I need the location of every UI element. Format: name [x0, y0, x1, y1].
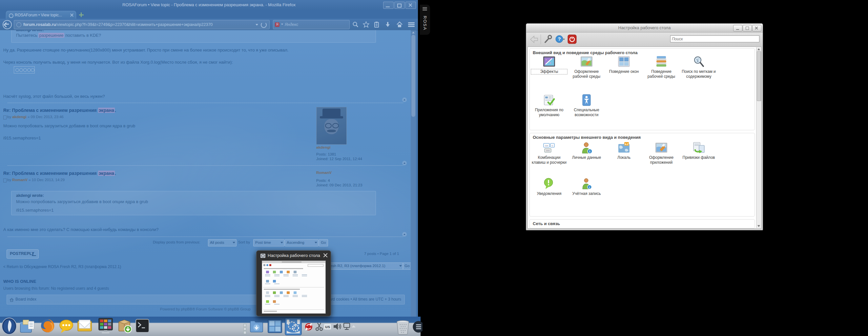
postreply-button[interactable]: POSTREPLY [6, 249, 39, 258]
settings-search-input[interactable] [670, 35, 760, 42]
file-manager-icon[interactable] [20, 318, 36, 336]
module-shortcuts[interactable]: CtrlCShift Комбинации клавиш и росчерки [531, 142, 567, 165]
minimize-button[interactable] [733, 25, 742, 31]
sort-order-select[interactable]: Ascending [285, 239, 318, 246]
module-label: Поведение рабочей среды [643, 69, 679, 79]
firefox-scrollbar[interactable] [411, 30, 416, 317]
module-default-applications[interactable]: Приложения по умолчанию [531, 94, 567, 118]
url-dropdown-icon[interactable] [255, 24, 258, 26]
tab-label: ROSAForum • View topic... [15, 11, 62, 19]
rosa-menu-button[interactable] [1, 317, 17, 336]
close-icon[interactable] [323, 253, 328, 257]
panel-cashew-icon[interactable] [411, 320, 423, 334]
board-cookies-text[interactable]: all board cookies • All times are UTC + … [320, 297, 401, 302]
search-engine-dropdown-icon[interactable] [281, 24, 283, 25]
display-posts-select[interactable]: All posts [208, 239, 237, 246]
module-semantic-search[interactable]: Поиск по меткам и содержимому [681, 56, 717, 79]
scroll-top-icon[interactable] [402, 161, 407, 165]
keyboard-layout-indicator[interactable]: us [324, 324, 331, 330]
network-monitor-icon[interactable] [342, 322, 351, 332]
sort-go-button[interactable]: Go [319, 239, 328, 246]
klipper-scissors-icon[interactable] [315, 322, 323, 332]
rosa-pullout-tab[interactable]: ROSA [420, 5, 430, 35]
back-icon[interactable] [529, 35, 539, 43]
home-icon[interactable] [396, 21, 403, 28]
maximize-button[interactable] [743, 25, 752, 31]
avatar-glasses [325, 123, 332, 128]
jump-to-select[interactable]: Fresh R2, R3 (платформа 2012.1) [325, 263, 403, 270]
clipboard-icon[interactable] [373, 21, 380, 28]
window-behavior-icon [616, 56, 631, 68]
profile-username[interactable]: RomanV [316, 171, 332, 175]
chat-icon[interactable] [58, 318, 74, 335]
firefox-icon[interactable] [40, 318, 55, 335]
module-personal-information[interactable]: i Личные данные [568, 142, 604, 160]
configure-wrench-icon[interactable] [543, 35, 552, 44]
workspace-appearance-icon [579, 56, 594, 68]
reload-icon[interactable] [261, 22, 267, 28]
firefox-titlebar[interactable]: ROSAForum • View topic - Проблема с изме… [0, 0, 418, 10]
settings-titlebar[interactable]: Настройка рабочего стола [526, 24, 763, 32]
search-box[interactable]: Я Яндекс [273, 20, 350, 29]
board-index-link[interactable]: Board index [16, 297, 36, 302]
volume-icon[interactable] [333, 322, 342, 332]
terminal-icon[interactable] [135, 318, 150, 334]
help-icon[interactable]: ? [555, 34, 565, 44]
scroll-top-icon[interactable] [402, 97, 407, 102]
module-workspace-behavior[interactable]: Поведение рабочей среды [643, 56, 679, 79]
new-tab-button[interactable] [78, 12, 86, 18]
scrollbar-up-icon[interactable] [757, 48, 760, 50]
module-workspace-appearance[interactable]: Оформление рабочей среды [568, 56, 604, 79]
return-link[interactable]: < Return to Обсуждение ROSA Fresh R2, R3… [3, 265, 121, 269]
module-effects[interactable]: Эффекты [531, 56, 567, 74]
settings-scrollbar[interactable] [756, 47, 761, 228]
scrollbar-down-icon[interactable] [757, 225, 760, 227]
back-icon[interactable] [3, 20, 12, 29]
post-title[interactable]: Re: Проблема с изменением разрешения экр… [3, 108, 116, 113]
app-center-icon[interactable] [98, 317, 114, 336]
preview-title: Настройка рабочего стола [268, 253, 320, 258]
update-notifier-icon[interactable] [304, 323, 313, 332]
quit-icon[interactable] [567, 34, 577, 44]
search-placeholder: Яндекс [285, 20, 298, 29]
menu-icon[interactable] [407, 21, 415, 28]
scrollbar-thumb[interactable] [411, 35, 415, 117]
minimize-button[interactable] [383, 2, 394, 9]
close-button[interactable] [752, 25, 762, 31]
url-bar[interactable]: forum.rosalab.ru/viewtopic.php?f=39&t=27… [14, 20, 270, 29]
scrollbar-up-icon[interactable] [412, 31, 415, 33]
tray-expand-icon[interactable] [352, 325, 355, 328]
sort-by-select[interactable]: Post time [253, 239, 284, 246]
mail-icon[interactable] [77, 319, 93, 334]
scrollbar-thumb[interactable] [757, 51, 761, 101]
module-notifications[interactable]: Уведомления [531, 178, 567, 196]
settings-thumbnail[interactable] [262, 261, 326, 314]
post-body: i915.semaphores=1 [3, 135, 41, 141]
module-application-appearance[interactable]: Оформление приложений [643, 142, 679, 165]
module-file-associations[interactable]: Привязки файлов [681, 142, 717, 160]
bookmark-star-icon[interactable] [363, 21, 369, 28]
trash-icon[interactable] [395, 319, 411, 336]
module-accessibility[interactable]: Специальные возможности [568, 94, 604, 118]
jump-go-button[interactable]: Go [403, 263, 411, 270]
package-manager-icon[interactable] [118, 318, 132, 335]
postreply-icon [32, 252, 37, 256]
restore-button[interactable] [394, 2, 405, 9]
downloads-folder-icon[interactable] [249, 319, 264, 334]
profile-username[interactable]: akdengi [316, 145, 330, 149]
help-dropdown-icon [563, 39, 565, 40]
tab-rosaforum[interactable]: ROSAForum • View topic... [6, 11, 76, 19]
account-details-icon: i [579, 178, 594, 191]
module-locale[interactable]: A-Z Локаль [606, 142, 642, 160]
task-settings-active[interactable] [285, 317, 302, 336]
post-title[interactable]: Re: Проблема с изменением разрешения экр… [3, 171, 116, 176]
downloads-icon[interactable] [384, 21, 391, 28]
avatar-hat-brim [320, 116, 343, 118]
module-account-details[interactable]: i Учётная запись [568, 178, 604, 196]
scroll-top-icon[interactable] [402, 232, 407, 237]
tab-close-icon[interactable] [70, 13, 73, 17]
desktop-pager-icon[interactable] [267, 319, 282, 335]
module-window-behavior[interactable]: Поведение окон [606, 56, 642, 74]
close-button[interactable] [405, 2, 416, 9]
search-icon[interactable] [352, 21, 359, 28]
